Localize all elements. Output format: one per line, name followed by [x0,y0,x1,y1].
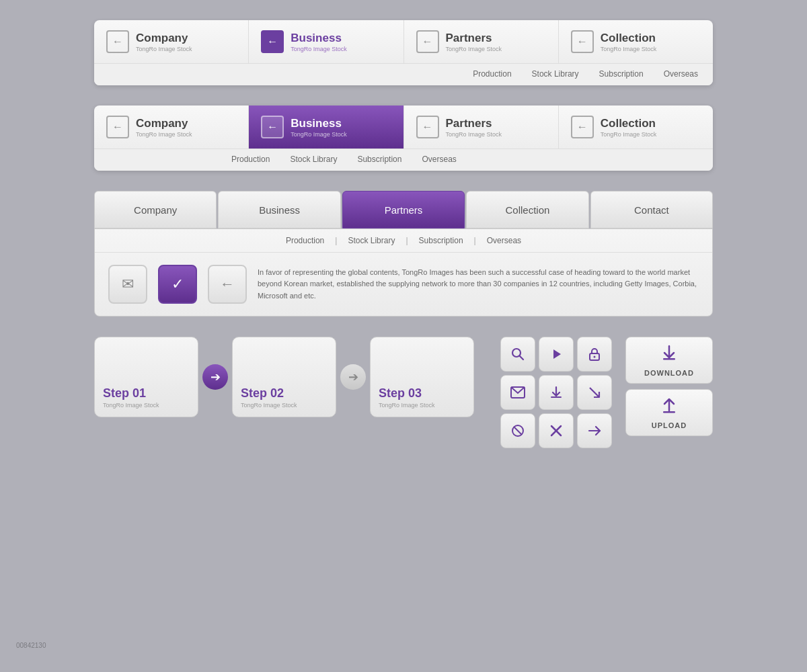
icon-grid-area [500,337,612,448]
download-arrow-icon [660,343,679,366]
partners-description: In favor of representing the global cont… [258,267,699,302]
action-buttons: DOWNLOAD UPLOAD [625,337,713,436]
svg-point-4 [594,356,596,358]
download-icon-btn-grid[interactable] [539,375,574,410]
content-inner: ✉ ✓ ← In favor of representing the globa… [95,253,712,316]
nav2-company-sub: TongRo Image Stock [136,131,192,138]
nav2-collection[interactable]: ← Collection TongRo Image Stock [559,106,713,149]
subtab-subscription-2[interactable]: Subscription [354,153,404,165]
lock-icon-btn[interactable] [577,337,612,372]
close-icon-btn[interactable] [539,413,574,448]
subtab-production-2[interactable]: Production [229,153,272,165]
step-2-sub: TongRo Image Stock [241,402,297,409]
nav3-business[interactable]: Business [218,191,340,228]
nav1-business-title: Business [291,32,347,45]
business-icon: ← [261,30,284,53]
nav1-partners-sub: TongRo Image Stock [446,46,502,52]
nav2-company-title: Company [136,117,192,130]
search-icon-btn[interactable] [500,337,535,372]
nav2-business-sub: TongRo Image Stock [291,131,347,138]
navbar-3-content: Production | Stock Library | Subscriptio… [94,228,713,317]
nav2-company[interactable]: ← Company TongRo Image Stock [94,106,249,149]
nav2-company-icon: ← [106,116,129,138]
subtab-production-1[interactable]: Production [470,68,514,80]
icon-grid [500,337,612,448]
nav3-collection-label: Collection [505,204,549,216]
svg-line-1 [520,356,524,360]
nav2-collection-icon: ← [571,116,594,138]
subtab-subscription-1[interactable]: Subscription [597,68,646,80]
nav1-collection[interactable]: ← Collection TongRo Image Stock [559,20,713,63]
arrow-diagonal-icon-btn[interactable] [577,375,612,410]
nav2-partners-icon: ← [416,116,439,138]
nav2-business-icon: ← [261,116,284,138]
step-1-title: Step 01 [103,386,146,401]
nav1-business[interactable]: ← Business TongRo Image Stock [249,20,404,63]
subtab-overseas-1[interactable]: Overseas [661,68,701,80]
nav3-business-label: Business [259,204,300,216]
nav3-partners-label: Partners [385,204,423,216]
upload-label: UPLOAD [652,421,687,429]
nav3-partners[interactable]: Partners [342,191,465,228]
nav3-collection[interactable]: Collection [466,191,588,228]
nav3-company[interactable]: Company [94,191,217,228]
svg-line-9 [514,427,522,435]
step-1-box: Step 01 TongRo Image Stock [94,337,198,417]
step-arrow-2[interactable]: ➔ [340,364,366,390]
nav2-collection-title: Collection [601,117,657,130]
nav3-subtab-overseas[interactable]: Overseas [476,236,532,245]
nav3-subtab-stocklibrary[interactable]: Stock Library [337,236,406,245]
navbar-2: ← Company TongRo Image Stock ← Business … [94,106,713,171]
step-2-box: Step 02 TongRo Image Stock [232,337,336,417]
nav2-partners-sub: TongRo Image Stock [446,131,502,138]
play-icon-btn[interactable] [539,337,574,372]
no-icon-btn[interactable] [500,413,535,448]
navbar-3: Company Business Partners Collection Con… [94,191,713,317]
nav2-business[interactable]: ← Business TongRo Image Stock [249,106,404,149]
step-arrow-1[interactable]: ➔ [202,364,228,390]
nav1-partners[interactable]: ← Partners TongRo Image Stock [404,20,559,63]
step-3-title: Step 03 [379,386,422,401]
step-3-sub: TongRo Image Stock [379,402,435,409]
subtab-overseas-2[interactable]: Overseas [419,153,459,165]
svg-marker-2 [553,349,561,359]
navbar-2-subtabs: Production Stock Library Subscription Ov… [94,149,713,171]
steps-area: Step 01 TongRo Image Stock ➔ Step 02 Ton… [94,337,487,417]
svg-rect-13 [663,358,675,360]
nav3-subtab-production[interactable]: Production [275,236,335,245]
nav2-collection-sub: TongRo Image Stock [601,131,657,138]
download-button[interactable]: DOWNLOAD [625,337,713,384]
subtab-stocklibrary-1[interactable]: Stock Library [529,68,582,80]
arrow-right-icon-btn[interactable] [577,413,612,448]
email-icon-btn[interactable]: ✉ [108,265,147,304]
subtab-stocklibrary-2[interactable]: Stock Library [287,153,340,165]
upload-button[interactable]: UPLOAD [625,389,713,436]
email-icon-btn-grid[interactable] [500,375,535,410]
navbar-1-tabs: ← Company TongRo Image Stock ← Business … [94,20,713,63]
bottom-section: Step 01 TongRo Image Stock ➔ Step 02 Ton… [94,337,713,448]
partners-icon: ← [416,30,439,53]
nav1-partners-title: Partners [446,32,502,45]
navbar-1-subtabs: Production Stock Library Subscription Ov… [94,63,713,85]
navbar-3-tabs: Company Business Partners Collection Con… [94,191,713,228]
nav1-company-title: Company [136,32,192,45]
back-arrow-icon-btn[interactable]: ← [208,265,247,304]
svg-line-7 [590,388,599,397]
nav1-business-sub: TongRo Image Stock [291,46,347,52]
nav3-contact[interactable]: Contact [590,191,713,228]
check-icon-btn[interactable]: ✓ [158,265,197,304]
svg-rect-6 [551,396,562,398]
nav2-partners-title: Partners [446,117,502,130]
step-3-box: Step 03 TongRo Image Stock [370,337,474,417]
step-2-title: Step 02 [241,386,284,401]
navbar-3-subbar: Production | Stock Library | Subscriptio… [95,229,712,253]
navbar-1: ← Company TongRo Image Stock ← Business … [94,20,713,85]
company-icon: ← [106,30,129,53]
nav2-partners[interactable]: ← Partners TongRo Image Stock [404,106,559,149]
watermark: 00842130 [13,639,49,652]
nav1-company-sub: TongRo Image Stock [136,46,192,52]
collection-icon: ← [571,30,594,53]
navbar-2-tabs: ← Company TongRo Image Stock ← Business … [94,106,713,149]
nav3-subtab-subscription[interactable]: Subscription [408,236,474,245]
nav1-company[interactable]: ← Company TongRo Image Stock [94,20,249,63]
